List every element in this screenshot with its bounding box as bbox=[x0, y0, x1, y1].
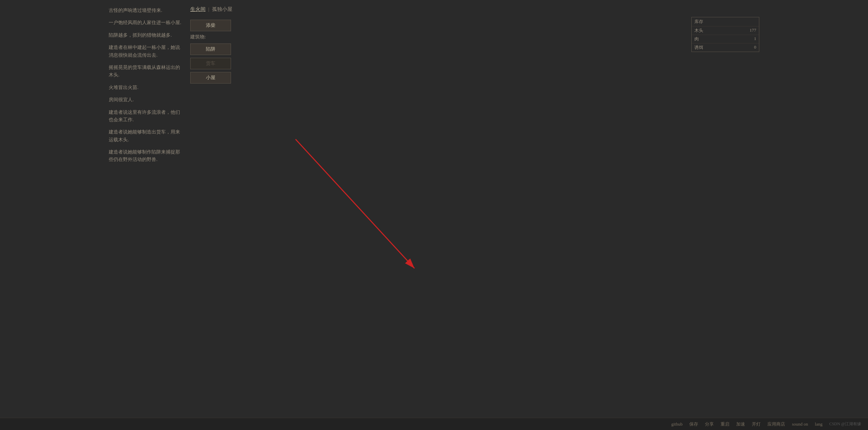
inventory-item-wood-name: 木头 bbox=[694, 28, 703, 34]
bottom-link-save[interactable]: 保存 bbox=[689, 421, 698, 427]
inventory-item-meat-count: 1 bbox=[754, 36, 757, 42]
narrative-line-6: 火堆冒出火苗. bbox=[109, 84, 183, 91]
inventory-item-bait-name: 诱饵 bbox=[694, 44, 703, 51]
bottom-link-share[interactable]: 分享 bbox=[705, 421, 714, 427]
bottom-link-appstore[interactable]: 应用商店 bbox=[767, 421, 785, 427]
narrative-line-1: 古怪的声响透过墙壁传来. bbox=[109, 7, 183, 14]
narrative-line-2: 一户饱经风雨的人家住进一栋小屋. bbox=[109, 19, 183, 26]
add-fuel-button[interactable]: 添柴 bbox=[190, 20, 231, 31]
bottom-link-restart[interactable]: 重启 bbox=[721, 421, 729, 427]
tab-solitude-hut[interactable]: 孤独小屋 bbox=[212, 6, 232, 13]
tab-campfire[interactable]: 生火间 bbox=[190, 6, 206, 13]
narrative-line-9: 建造者说她能够制造出货车，用来运载木头. bbox=[109, 128, 183, 144]
inventory-item-bait-count: 0 bbox=[754, 44, 757, 51]
narrative-line-4: 建造者在林中建起一栋小屋，她说消息很快就会流传出去. bbox=[109, 44, 183, 59]
tab-area: 生火间 | 孤独小屋 bbox=[190, 6, 232, 13]
inventory-title: 库存 bbox=[692, 17, 759, 26]
narrative-line-3: 陷阱越多，抓到的猎物就越多. bbox=[109, 32, 183, 39]
narrative-line-7: 房间很宜人. bbox=[109, 96, 183, 104]
inventory-item-meat-name: 肉 bbox=[694, 36, 699, 42]
building-label: 建筑物: bbox=[190, 34, 231, 40]
inventory-box: 库存 木头 177 肉 1 诱饵 0 bbox=[691, 17, 759, 52]
svg-line-1 bbox=[296, 139, 414, 268]
build-hut-button[interactable]: 小屋 bbox=[190, 72, 231, 84]
csdn-credit: CSDN @江湖有缘 bbox=[829, 421, 861, 427]
narrative-line-5: 摇摇晃晃的货车满载从森林运出的木头. bbox=[109, 64, 183, 79]
bottom-bar: github 保存 分享 重启 加速 开灯 应用商店 sound on lang… bbox=[0, 418, 868, 430]
bottom-link-light[interactable]: 开灯 bbox=[752, 421, 761, 427]
inventory-item-wood-count: 177 bbox=[750, 28, 757, 34]
build-cart-button: 货车 bbox=[190, 58, 231, 69]
inventory-row-meat: 肉 1 bbox=[692, 35, 759, 43]
bottom-link-lang[interactable]: lang bbox=[815, 422, 822, 427]
inventory-row-wood: 木头 177 bbox=[692, 26, 759, 35]
building-section: 建筑物: 陷阱 货车 小屋 bbox=[190, 34, 231, 86]
narrative-line-10: 建造者说她能够制作陷阱来捕捉那些仍在野外活动的野兽. bbox=[109, 148, 183, 164]
bottom-link-github[interactable]: github bbox=[671, 422, 683, 427]
bottom-link-speed[interactable]: 加速 bbox=[736, 421, 745, 427]
build-trap-button[interactable]: 陷阱 bbox=[190, 43, 231, 55]
narrative-panel: 古怪的声响透过墙壁传来. 一户饱经风雨的人家住进一栋小屋. 陷阱越多，抓到的猎物… bbox=[109, 7, 183, 168]
narrative-line-8: 建造者说这里有许多流浪者，他们也会来工作. bbox=[109, 109, 183, 124]
bottom-link-sound[interactable]: sound on bbox=[792, 422, 808, 427]
inventory-row-bait: 诱饵 0 bbox=[692, 43, 759, 52]
tab-separator: | bbox=[208, 6, 209, 12]
